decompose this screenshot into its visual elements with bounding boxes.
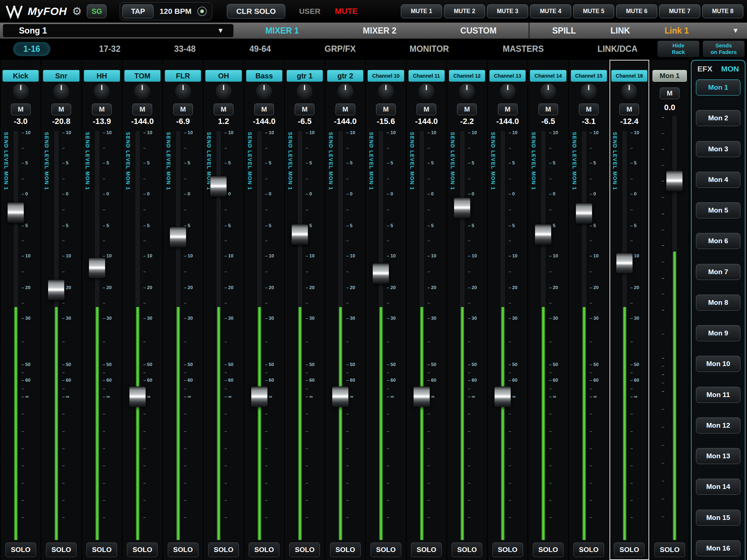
mute-button[interactable]: M bbox=[457, 104, 477, 115]
rack-mon-16-button[interactable]: Mon 16 bbox=[696, 540, 740, 556]
channel-name-button[interactable]: TOM bbox=[124, 70, 160, 82]
bank-tab-1-16[interactable]: 1-16 bbox=[13, 42, 50, 56]
rack-tab-efx[interactable]: EFX bbox=[697, 65, 712, 73]
mute-button[interactable]: M bbox=[619, 104, 639, 115]
fader-track[interactable] bbox=[94, 131, 100, 541]
fader-handle[interactable] bbox=[291, 224, 308, 245]
fader-track[interactable] bbox=[622, 131, 627, 541]
fader-track[interactable] bbox=[338, 131, 343, 541]
mute-group-button-mute-5[interactable]: MUTE 5 bbox=[573, 4, 614, 18]
solo-button[interactable]: SOLO bbox=[249, 542, 279, 557]
pan-knob[interactable] bbox=[175, 83, 191, 100]
mute-button[interactable]: M bbox=[51, 104, 71, 115]
fader-handle[interactable] bbox=[616, 253, 633, 273]
channel-name-button[interactable]: Channel 13 bbox=[489, 70, 526, 82]
fader-track[interactable] bbox=[460, 131, 465, 541]
pan-knob[interactable] bbox=[337, 83, 354, 100]
channel-name-button[interactable]: Snr bbox=[43, 70, 79, 82]
solo-button[interactable]: SOLO bbox=[371, 542, 401, 557]
channel-name-button[interactable]: Channel 15 bbox=[571, 70, 607, 82]
pan-knob[interactable] bbox=[499, 83, 516, 100]
solo-button[interactable]: SOLO bbox=[330, 542, 361, 557]
rack-mon-14-button[interactable]: Mon 14 bbox=[696, 479, 740, 495]
mute-group-button-mute-6[interactable]: MUTE 6 bbox=[616, 4, 657, 18]
solo-button[interactable]: SOLO bbox=[533, 542, 564, 557]
channel-name-button[interactable]: Channel 10 bbox=[368, 70, 404, 82]
pan-knob[interactable] bbox=[215, 83, 232, 100]
fader-track[interactable] bbox=[581, 131, 587, 541]
fader-track[interactable] bbox=[541, 131, 546, 541]
mute-button[interactable]: M bbox=[11, 104, 31, 115]
bank-tab-33-48[interactable]: 33-48 bbox=[169, 42, 201, 56]
pan-knob[interactable] bbox=[134, 83, 151, 100]
mute-button[interactable]: M bbox=[376, 104, 396, 115]
mute-button[interactable]: M bbox=[295, 104, 314, 115]
pan-knob[interactable] bbox=[53, 83, 70, 100]
mute-button[interactable]: M bbox=[660, 88, 680, 99]
channel-name-button[interactable]: Channel 12 bbox=[449, 70, 485, 82]
fader-handle[interactable] bbox=[413, 386, 430, 407]
fader-handle[interactable] bbox=[48, 280, 65, 300]
fader-handle[interactable] bbox=[576, 203, 592, 223]
pan-knob[interactable] bbox=[12, 83, 29, 100]
rack-mon-6-button[interactable]: Mon 6 bbox=[696, 233, 740, 249]
mute-button[interactable]: M bbox=[579, 104, 599, 115]
pan-knob[interactable] bbox=[540, 83, 557, 100]
mute-button[interactable]: M bbox=[254, 104, 274, 115]
mute-group-button-mute-3[interactable]: MUTE 3 bbox=[487, 4, 528, 18]
rack-mon-11-button[interactable]: Mon 11 bbox=[696, 387, 740, 403]
solo-button[interactable]: SOLO bbox=[208, 542, 239, 557]
user-initials-button[interactable]: SG bbox=[87, 4, 107, 18]
link-button[interactable]: LINK bbox=[611, 26, 630, 36]
rack-mon-7-button[interactable]: Mon 7 bbox=[696, 264, 740, 280]
solo-button[interactable]: SOLO bbox=[289, 542, 320, 557]
bank-tab-49-64[interactable]: 49-64 bbox=[244, 42, 276, 56]
fader-track[interactable] bbox=[419, 131, 425, 541]
solo-button[interactable]: SOLO bbox=[614, 542, 645, 557]
link-selector[interactable]: Link 1 ▼ bbox=[665, 26, 742, 36]
mute-group-button-mute-1[interactable]: MUTE 1 bbox=[401, 4, 442, 18]
fader-handle[interactable] bbox=[666, 171, 683, 191]
rack-mon-13-button[interactable]: Mon 13 bbox=[696, 448, 740, 464]
settings-gear-icon[interactable]: ⚙ bbox=[72, 6, 82, 17]
channel-name-button[interactable]: Bass bbox=[246, 70, 282, 82]
fader-track[interactable] bbox=[175, 131, 181, 541]
sends-on-faders-button[interactable]: Sendson Faders bbox=[703, 40, 745, 57]
mute-group-button-mute-4[interactable]: MUTE 4 bbox=[530, 4, 571, 18]
song-selector[interactable]: Song 1 ▼ bbox=[3, 24, 233, 37]
fader-handle[interactable] bbox=[454, 198, 471, 218]
bank-tab-monitor[interactable]: MONITOR bbox=[405, 42, 454, 56]
rack-mon-4-button[interactable]: Mon 4 bbox=[696, 172, 740, 188]
solo-button[interactable]: SOLO bbox=[452, 542, 482, 557]
channel-name-button[interactable]: OH bbox=[205, 70, 241, 82]
mute-button[interactable]: M bbox=[538, 104, 558, 115]
solo-button[interactable]: SOLO bbox=[492, 542, 523, 557]
rack-mon-9-button[interactable]: Mon 9 bbox=[696, 325, 740, 341]
fader-handle[interactable] bbox=[251, 386, 268, 407]
pan-knob[interactable] bbox=[621, 83, 638, 100]
fader-handle[interactable] bbox=[89, 258, 105, 278]
pan-knob[interactable] bbox=[580, 83, 597, 100]
fader-handle[interactable] bbox=[494, 386, 511, 407]
channel-name-button[interactable]: Mon 1 bbox=[653, 70, 687, 82]
tab-mixer-2[interactable]: MIXER 2 bbox=[363, 26, 396, 36]
solo-button[interactable]: SOLO bbox=[654, 542, 685, 557]
mute-group-button-mute-2[interactable]: MUTE 2 bbox=[444, 4, 485, 18]
rack-mon-5-button[interactable]: Mon 5 bbox=[696, 202, 740, 218]
solo-button[interactable]: SOLO bbox=[127, 542, 158, 557]
tab-mixer-1[interactable]: MIXER 1 bbox=[266, 26, 299, 36]
channel-name-button[interactable]: Channel 16 bbox=[611, 70, 647, 82]
pan-knob[interactable] bbox=[418, 83, 435, 100]
solo-button[interactable]: SOLO bbox=[86, 542, 117, 557]
fader-track[interactable] bbox=[500, 131, 506, 541]
mute-button[interactable]: M bbox=[417, 104, 436, 115]
bank-tab-grp-fx[interactable]: GRP/FX bbox=[320, 42, 361, 56]
mute-group-button-mute-8[interactable]: MUTE 8 bbox=[702, 4, 743, 18]
user-mode-button[interactable]: USER bbox=[299, 7, 320, 16]
solo-button[interactable]: SOLO bbox=[411, 542, 442, 557]
channel-name-button[interactable]: Channel 14 bbox=[530, 70, 566, 82]
channel-name-button[interactable]: FLR bbox=[165, 70, 201, 82]
mute-button[interactable]: M bbox=[336, 104, 355, 115]
bank-tab-link-dca[interactable]: LINK/DCA bbox=[592, 42, 643, 56]
mute-button[interactable]: M bbox=[92, 104, 112, 115]
